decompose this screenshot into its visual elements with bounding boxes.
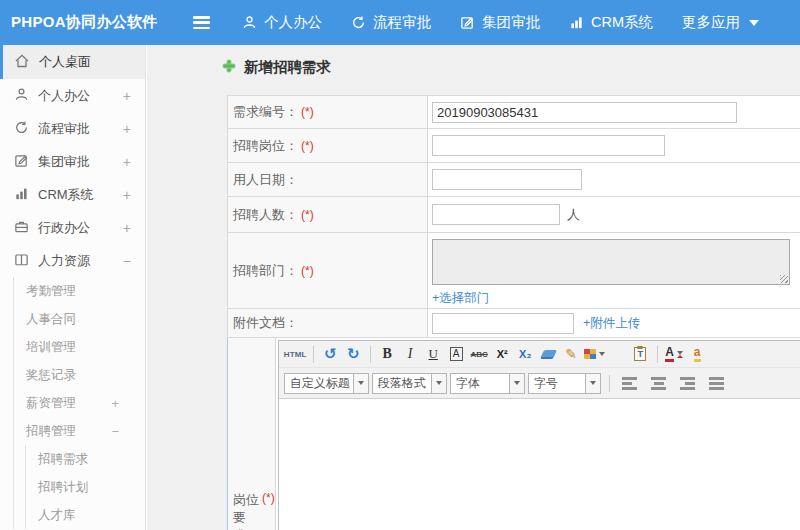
attachment-upload-link[interactable]: +附件上传	[583, 315, 640, 332]
sidebar-item-rewards[interactable]: 奖惩记录	[14, 361, 145, 389]
request-no-input[interactable]	[432, 102, 737, 123]
collapse-minus-icon[interactable]: −	[111, 424, 119, 439]
expand-plus-icon[interactable]: +	[111, 396, 119, 411]
sidebar-item-group-approval[interactable]: 集团审批 +	[0, 145, 145, 178]
heading-select[interactable]: 自定义标题	[284, 373, 369, 394]
undo-button[interactable]: ↺	[320, 344, 341, 365]
field-value-cell	[428, 96, 800, 128]
label-text: 招聘人数：	[233, 206, 298, 224]
field-value-cell: HTML ↺ ↻ B I U A ABC X² X₂ ✎	[276, 338, 800, 530]
topnav-personal-office[interactable]: 个人办公	[242, 13, 322, 32]
form-row-hire-date: 用人日期：	[227, 163, 800, 197]
topnav-workflow[interactable]: 流程审批	[351, 13, 431, 32]
blockquote-button[interactable]	[607, 344, 628, 365]
sidebar-item-workflow[interactable]: 流程审批 +	[0, 112, 145, 145]
superscript-button[interactable]: X²	[492, 344, 513, 365]
topnav-crm[interactable]: CRM系统	[569, 13, 653, 32]
remove-format-eraser-button[interactable]	[538, 344, 559, 365]
clipboard-icon: T	[634, 347, 646, 361]
hire-date-input[interactable]	[432, 169, 582, 190]
caret-down-icon	[749, 20, 759, 26]
sidebar-item-hr[interactable]: 人力资源 −	[0, 244, 145, 277]
select-department-link[interactable]: +选择部门	[432, 290, 489, 307]
main-content: 新增招聘需求 需求编号： (*) 招聘岗位： (*) 用人	[147, 45, 800, 530]
sidebar-item-label: 个人办公	[38, 87, 90, 105]
page-title-text: 新增招聘需求	[244, 58, 331, 77]
menu-toggle-icon[interactable]	[193, 16, 210, 29]
topnav-label: 集团审批	[482, 13, 540, 32]
sidebar-item-crm[interactable]: CRM系统 +	[0, 178, 145, 211]
align-center-button[interactable]	[649, 373, 670, 394]
headcount-input[interactable]	[432, 204, 560, 225]
editor-content-area[interactable]	[279, 399, 800, 530]
headcount-unit: 人	[567, 206, 580, 224]
sidebar-item-attendance[interactable]: 考勤管理	[14, 277, 145, 305]
sidebar-item-label: 奖惩记录	[26, 367, 76, 384]
required-mark: (*)	[301, 264, 314, 278]
align-left-button[interactable]	[620, 373, 641, 394]
bold-button[interactable]: B	[377, 344, 398, 365]
form-row-request-no: 需求编号： (*)	[227, 96, 800, 129]
font-family-select[interactable]: 字体	[450, 373, 525, 394]
select-caret-button[interactable]	[432, 373, 447, 394]
topnav-label: CRM系统	[591, 13, 653, 32]
topnav-group-approval[interactable]: 集团审批	[460, 13, 540, 32]
expand-plus-icon[interactable]: +	[123, 187, 131, 203]
app-logo: PHPOA协同办公软件	[0, 13, 193, 32]
font-size-select[interactable]: 字号	[528, 373, 601, 394]
expand-plus-icon[interactable]: +	[123, 121, 131, 137]
sidebar-item-label: CRM系统	[38, 186, 94, 204]
topnav-more-apps[interactable]: 更多应用	[682, 13, 759, 32]
form-row-headcount: 招聘人数： (*) 人	[227, 197, 800, 233]
attachment-input[interactable]	[432, 313, 574, 334]
expand-plus-icon[interactable]: +	[123, 154, 131, 170]
select-caret-button[interactable]	[510, 373, 525, 394]
collapse-minus-icon[interactable]: −	[123, 253, 131, 269]
redo-button[interactable]: ↻	[343, 344, 364, 365]
field-value-cell	[428, 163, 800, 196]
subscript-button[interactable]: X₂	[515, 344, 536, 365]
position-input[interactable]	[432, 135, 665, 156]
label-text: 附件文档：	[233, 314, 298, 332]
field-label: 招聘岗位： (*)	[228, 129, 428, 162]
sidebar-item-desktop[interactable]: 个人桌面	[0, 45, 145, 79]
underline-button[interactable]: U	[423, 344, 444, 365]
expand-plus-icon[interactable]: +	[123, 88, 131, 104]
format-painter-button[interactable]: ✎	[561, 344, 582, 365]
html-source-button[interactable]: HTML	[284, 344, 307, 365]
strikethrough-button[interactable]: ABC	[469, 344, 490, 365]
briefcase-icon	[14, 219, 29, 237]
paste-plain-button[interactable]: T	[630, 344, 651, 365]
align-right-button[interactable]	[678, 373, 699, 394]
sidebar-item-recruit-plan[interactable]: 招聘计划	[26, 473, 145, 501]
sidebar-item-salary[interactable]: 薪资管理 +	[14, 389, 145, 417]
chart-icon	[14, 186, 29, 204]
sidebar-item-recruit-mgmt[interactable]: 招聘管理 −	[14, 417, 145, 445]
highlight-color-button[interactable]: a	[687, 344, 708, 365]
align-justify-button[interactable]	[707, 373, 728, 394]
sidebar-item-label: 招聘需求	[38, 451, 88, 468]
color-palette-button[interactable]	[584, 344, 605, 365]
paragraph-format-select[interactable]: 段落格式	[372, 373, 447, 394]
font-style-button[interactable]: A	[446, 344, 467, 365]
label-text: 招聘部门：	[233, 262, 298, 280]
department-textarea[interactable]	[432, 239, 790, 285]
sidebar-item-label: 流程审批	[38, 120, 90, 138]
expand-plus-icon[interactable]: +	[123, 220, 131, 236]
sidebar-item-training[interactable]: 培训管理	[14, 333, 145, 361]
required-mark: (*)	[301, 139, 314, 153]
select-value: 字体	[450, 373, 510, 394]
sidebar-item-personal-office[interactable]: 个人办公 +	[0, 79, 145, 112]
select-caret-button[interactable]	[354, 373, 369, 394]
caret-down-icon	[358, 381, 364, 385]
sidebar-item-admin-office[interactable]: 行政办公 +	[0, 211, 145, 244]
sidebar-item-talent-pool[interactable]: 人才库	[26, 501, 145, 529]
font-color-button[interactable]: A	[664, 344, 685, 365]
sidebar-item-recruit-request[interactable]: 招聘需求	[26, 445, 145, 473]
select-value: 自定义标题	[284, 373, 354, 394]
select-caret-button[interactable]	[586, 373, 601, 394]
italic-button[interactable]: I	[400, 344, 421, 365]
resize-grip-icon[interactable]	[780, 275, 788, 283]
sidebar-item-hr-contract[interactable]: 人事合同	[14, 305, 145, 333]
process-icon	[351, 15, 366, 30]
